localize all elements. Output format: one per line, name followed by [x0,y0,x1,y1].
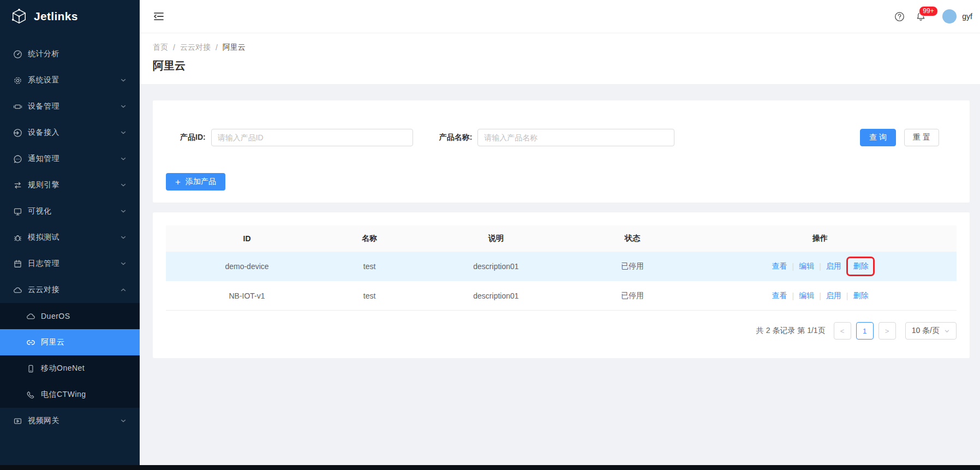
cell-id: demo-device [166,262,328,271]
chevron-up-icon [120,287,127,293]
column-header-id: ID [166,234,328,243]
sidebar-item-device-access[interactable]: 设备接入 [0,120,140,146]
message-icon [13,154,22,164]
page-1-button[interactable]: 1 [856,322,874,340]
sidebar-item-device-manage[interactable]: 设备管理 [0,93,140,120]
mobile-icon [26,364,35,373]
breadcrumb: 首页 / 云云对接 / 阿里云 [153,43,967,52]
bug-icon [13,233,22,242]
cell-name: test [328,291,411,300]
action-separator: | [819,291,821,300]
delete-link[interactable]: 删除 [853,291,868,301]
notifications-bell[interactable]: 99+ [916,11,926,22]
monitor-icon [13,207,22,216]
menu-fold-icon[interactable] [153,10,165,22]
sidebar-item-mobile-onenet[interactable]: 移动OneNet [0,355,140,382]
table-row: NB-IOT-v1 test description01 已停用 查看 | 编辑… [166,281,957,311]
breadcrumb-separator: / [216,43,218,52]
table-row: demo-device test description01 已停用 查看 | … [166,252,957,281]
pagination-summary: 共 2 条记录 第 1/1页 [756,326,826,336]
device-access-icon [13,128,22,138]
enable-link[interactable]: 启用 [826,291,841,301]
action-separator: | [792,291,794,300]
sidebar-item-video-gateway[interactable]: 视频网关 [0,408,140,434]
action-separator: | [846,291,848,300]
cloud-icon [26,312,35,321]
column-header-name: 名称 [328,234,411,243]
product-name-label: 产品名称: [439,133,473,142]
sidebar-item-system-settings[interactable]: 系统设置 [0,67,140,93]
next-page-button[interactable]: > [879,322,896,340]
chevron-down-icon [120,234,127,241]
notification-count-badge: 99+ [919,6,937,16]
help-icon[interactable] [894,11,905,22]
sidebar-item-aliyun[interactable]: 阿里云 [0,329,140,355]
app-title: Jetlinks [34,10,78,23]
screen: Jetlinks 统计分析 系统设置 [0,0,980,470]
cell-description: description01 [411,291,581,300]
enable-link[interactable]: 启用 [826,261,841,271]
chevron-down-icon [120,77,127,84]
cloud-icon [13,285,22,295]
avatar[interactable] [942,9,957,23]
product-id-input[interactable] [211,129,413,146]
add-product-button[interactable]: + 添加产品 [166,173,225,191]
breadcrumb-home[interactable]: 首页 [153,43,168,52]
page-size-select[interactable]: 10 条/页 [905,322,957,340]
product-id-label: 产品ID: [180,133,206,142]
table-header-row: ID 名称 说明 状态 操作 [166,225,957,252]
product-name-input[interactable] [477,129,674,146]
reset-button[interactable]: 重 置 [904,129,939,146]
column-header-status: 状态 [581,234,684,243]
plus-icon: + [175,177,181,187]
video-icon [13,417,22,426]
sidebar-menu: 统计分析 系统设置 设备管理 [0,41,140,434]
page-title: 阿里云 [153,58,967,73]
action-separator: | [819,262,821,271]
phone-icon [26,390,35,400]
chevron-down-icon [120,129,127,136]
sidebar-item-dueros[interactable]: DuerOS [0,303,140,329]
sidebar-item-stats[interactable]: 统计分析 [0,41,140,67]
top-header: 99+ gyf [140,0,980,33]
gear-icon [13,76,22,85]
view-link[interactable]: 查看 [772,261,787,271]
column-header-description: 说明 [411,234,581,243]
sidebar-item-simulation-test[interactable]: 模拟测试 [0,224,140,251]
calendar-icon [13,259,22,269]
chevron-down-icon [120,182,127,188]
logo[interactable]: Jetlinks [0,0,140,33]
filter-card: 产品ID: 产品名称: 查 询 重 置 + 添加产品 [153,100,970,203]
status-text: 已停用 [581,261,684,271]
sidebar-item-telecom-ctwing[interactable]: 电信CTWing [0,382,140,408]
breadcrumb-separator: / [173,43,175,52]
content-area: 产品ID: 产品名称: 查 询 重 置 + 添加产品 [140,84,980,465]
sidebar-item-cloud-connect[interactable]: 云云对接 [0,277,140,303]
username: gyf [962,12,972,21]
edit-link[interactable]: 编辑 [799,291,814,301]
page-size-value: 10 条/页 [912,326,940,336]
breadcrumb-cloud-connect[interactable]: 云云对接 [180,43,211,52]
cell-id: NB-IOT-v1 [166,291,328,300]
prev-page-button[interactable]: < [834,322,851,340]
jetlinks-cube-logo-icon [11,8,27,25]
delete-link-annotated[interactable]: 删除 [853,261,868,271]
main-area: 99+ gyf 首页 / 云云对接 / 阿里云 阿里云 [140,0,980,465]
sidebar-item-visualization[interactable]: 可视化 [0,198,140,224]
pagination: 共 2 条记录 第 1/1页 < 1 > 10 条/页 [166,322,957,340]
row-actions: 查看 | 编辑 | 启用 | 删除 [684,291,957,301]
edit-link[interactable]: 编辑 [799,261,814,271]
link-icon [26,338,35,347]
chevron-down-icon [120,103,127,110]
cloud-connect-submenu: DuerOS 阿里云 移动OneNet [0,303,140,408]
filter-row: 产品ID: 产品名称: 查 询 重 置 [180,129,957,146]
view-link[interactable]: 查看 [772,291,787,301]
page-header: 首页 / 云云对接 / 阿里云 阿里云 [140,33,980,84]
search-button[interactable]: 查 询 [860,129,896,146]
cell-description: description01 [411,262,581,271]
chevron-down-icon [120,418,127,424]
sidebar-item-rule-engine[interactable]: 规则引擎 [0,172,140,198]
sidebar-item-log-manage[interactable]: 日志管理 [0,251,140,277]
column-header-actions: 操作 [684,234,957,243]
sidebar-item-notify-manage[interactable]: 通知管理 [0,146,140,172]
